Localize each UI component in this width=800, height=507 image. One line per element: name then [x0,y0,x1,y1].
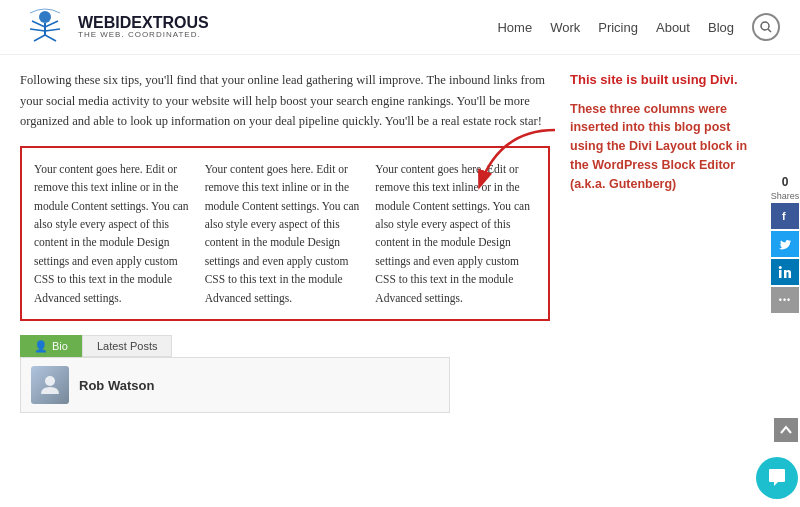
author-avatar [31,366,69,404]
svg-line-9 [768,29,771,32]
more-icon: ••• [779,295,791,305]
svg-rect-12 [779,270,782,278]
linkedin-icon [778,265,792,279]
main-nav: Home Work Pricing About Blog [497,13,780,41]
author-name: Rob Watson [79,378,154,393]
nav-work[interactable]: Work [550,20,580,35]
tab-latest-posts[interactable]: Latest Posts [82,335,173,357]
chat-icon [766,467,788,489]
main-content: Following these six tips, you'll find th… [0,55,800,413]
tab-bio[interactable]: 👤 Bio [20,335,82,357]
logo-tagline: THE WEB. COORDINATED. [78,31,209,40]
bio-content: Rob Watson [20,357,450,413]
annotation-red-text: This site is built using Divi. [570,70,755,90]
annotation-area: This site is built using Divi. These thr… [570,70,755,413]
annotation-dark-text: These three columns were inserted into t… [570,100,755,194]
bio-icon: 👤 [34,340,48,353]
logo-icon [20,5,70,50]
logo-text: WEBIDEXTROUS THE WEB. COORDINATED. [78,14,209,40]
linkedin-share-button[interactable] [771,259,799,285]
nav-home[interactable]: Home [497,20,532,35]
person-icon [39,374,61,396]
annotation-arrow [470,125,560,205]
shares-count: 0 [782,175,789,189]
search-button[interactable] [752,13,780,41]
logo-name: WEBIDEXTROUS [78,14,209,32]
tab-bio-label: Bio [52,340,68,352]
svg-point-10 [45,376,55,386]
article-area: Following these six tips, you'll find th… [20,70,550,413]
svg-line-5 [45,29,60,31]
intro-paragraph: Following these six tips, you'll find th… [20,70,550,132]
facebook-icon: f [779,209,791,223]
more-share-button[interactable]: ••• [771,287,799,313]
bio-tabs: 👤 Bio Latest Posts [20,335,450,357]
tab-posts-label: Latest Posts [97,340,158,352]
search-icon [760,21,772,33]
facebook-share-button[interactable]: f [771,203,799,229]
avatar-placeholder [31,366,69,404]
column-2: Your content goes here. Edit or remove t… [205,160,366,307]
nav-blog[interactable]: Blog [708,20,734,35]
site-header: WEBIDEXTROUS THE WEB. COORDINATED. Home … [0,0,800,55]
svg-line-6 [34,35,45,41]
svg-line-7 [45,35,56,41]
column-1: Your content goes here. Edit or remove t… [34,160,195,307]
scroll-top-button[interactable] [774,418,798,442]
shares-label: Shares [771,191,800,201]
svg-point-0 [39,11,51,23]
nav-about[interactable]: About [656,20,690,35]
chevron-up-icon [780,425,792,435]
svg-point-8 [761,22,769,30]
twitter-share-button[interactable] [771,231,799,257]
twitter-icon [778,238,792,250]
bio-section: 👤 Bio Latest Posts Rob Watson [20,335,450,413]
logo[interactable]: WEBIDEXTROUS THE WEB. COORDINATED. [20,5,209,50]
svg-line-4 [30,29,45,31]
chat-button[interactable] [756,457,798,499]
svg-point-13 [779,266,782,269]
social-share-bar: 0 Shares f ••• [770,175,800,313]
nav-pricing[interactable]: Pricing [598,20,638,35]
svg-text:f: f [782,210,786,222]
